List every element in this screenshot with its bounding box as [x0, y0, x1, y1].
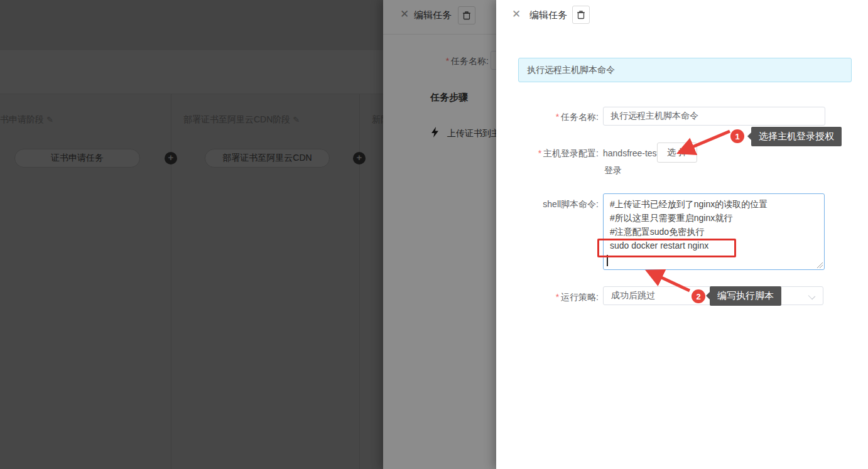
trash-icon: [577, 10, 585, 19]
tooltip-choose-host: 选择主机登录授权: [751, 127, 842, 146]
run-policy-label: *运行策略:: [504, 292, 599, 303]
label-text: 运行策略:: [561, 292, 599, 302]
modal-mask[interactable]: [0, 0, 496, 469]
required-mark: *: [556, 112, 559, 122]
label-text: 主机登录配置:: [543, 148, 599, 158]
step-badge-1: 1: [730, 129, 744, 143]
edit-task-drawer: ✕ 编辑任务 执行远程主机脚本命令 *任务名称: 执行远程主机脚本命令 *主机登…: [496, 0, 868, 469]
shell-line: #注意配置sudo免密执行: [610, 225, 818, 239]
task-type-alert: 执行远程主机脚本命令: [518, 58, 852, 82]
host-login-value-line2: 登录: [604, 165, 622, 176]
tooltip-arrow: [747, 132, 751, 140]
tooltip-write-script: 编写执行脚本: [710, 286, 781, 306]
task-name-input[interactable]: 执行远程主机脚本命令: [603, 107, 825, 126]
host-login-value: handsfree-test: [603, 148, 659, 158]
label-text: 任务名称:: [561, 112, 599, 122]
shell-script-textarea[interactable]: #上传证书已经放到了nginx的读取的位置 #所以这里只需要重启nginx就行 …: [603, 193, 825, 270]
shell-script-label: shell脚本命令:: [504, 199, 599, 210]
label-text: shell脚本命令:: [543, 199, 599, 209]
step-badge-2: 2: [692, 289, 705, 303]
selected-value: 成功后跳过: [611, 290, 655, 301]
resize-handle-icon[interactable]: [816, 261, 823, 268]
shell-line: #所以这里只需要重启nginx就行: [610, 211, 818, 225]
tooltip-text: 编写执行脚本: [717, 290, 774, 302]
close-icon[interactable]: ✕: [512, 9, 521, 19]
required-mark: *: [556, 292, 559, 302]
tooltip-arrow: [706, 292, 710, 299]
chevron-down-icon: [808, 293, 815, 299]
task-name-label: *任务名称:: [504, 112, 599, 123]
delete-task-button[interactable]: [572, 6, 590, 24]
required-mark: *: [538, 148, 541, 158]
choose-host-button[interactable]: 选 择: [657, 143, 697, 163]
tooltip-text: 选择主机登录授权: [759, 131, 834, 143]
shell-line: #上传证书已经放到了nginx的读取的位置: [610, 197, 818, 211]
host-login-label: *主机登录配置:: [504, 148, 599, 159]
drawer-title: 编辑任务: [529, 9, 567, 21]
highlight-box: [597, 239, 736, 257]
